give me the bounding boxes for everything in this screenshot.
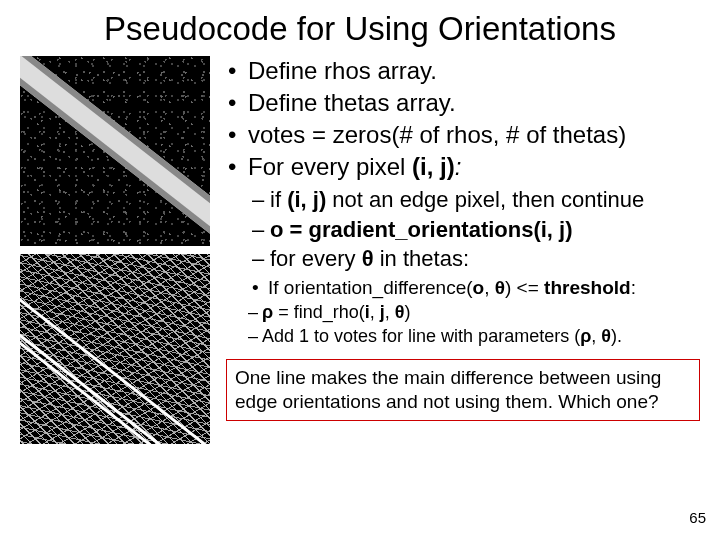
th: θ: [395, 302, 405, 322]
sub3-add-one-votes: Add 1 to votes for line with parameters …: [248, 325, 700, 348]
image-column: [20, 56, 220, 444]
t: o = gradient_orientations(i, j): [270, 217, 573, 242]
t: If orientation_difference(: [268, 277, 473, 298]
ij-bold: (i, j): [412, 153, 455, 180]
sub-for-every-theta: for every θ in thetas:: [252, 245, 700, 273]
colon: :: [455, 153, 462, 180]
sub3-rho-findrho: ρ = find_rho(i, j, θ): [248, 301, 700, 324]
grayscale-image: [20, 56, 210, 246]
edge-image: [20, 254, 210, 444]
t: :: [631, 277, 636, 298]
t: ,: [370, 302, 380, 322]
o: o: [473, 277, 485, 298]
sub-gradient-orientations: o = gradient_orientations(i, j): [252, 216, 700, 244]
t: ,: [385, 302, 395, 322]
t: if: [270, 187, 287, 212]
highlight-callout: One line makes the main difference betwe…: [226, 359, 700, 421]
theta: θ: [362, 246, 374, 271]
sub-bullets-level1: if (i, j) not an edge pixel, then contin…: [226, 186, 700, 273]
bullet-votes-zeros: votes = zeros(# of rhos, # of thetas): [226, 120, 700, 150]
slide-title: Pseudocode for Using Orientations: [0, 0, 720, 56]
content-area: Define rhos array. Define thetas array. …: [0, 56, 720, 444]
bullet-define-rhos: Define rhos array.: [226, 56, 700, 86]
t: = find_rho(: [273, 302, 365, 322]
t: ).: [611, 326, 622, 346]
t: for every: [270, 246, 362, 271]
t: ): [405, 302, 411, 322]
sub-if-not-edge: if (i, j) not an edge pixel, then contin…: [252, 186, 700, 214]
page-number: 65: [689, 509, 706, 526]
t: ) <=: [505, 277, 544, 298]
bullet-for-every-pixel: For every pixel (i, j):: [226, 152, 700, 182]
t: in thetas:: [374, 246, 469, 271]
t: ,: [591, 326, 601, 346]
ij: (i, j): [287, 187, 326, 212]
rho: ρ: [262, 302, 273, 322]
th: θ: [601, 326, 611, 346]
rho: ρ: [580, 326, 591, 346]
text-column: Define rhos array. Define thetas array. …: [220, 56, 700, 444]
sub-bullets-level2: If orientation_difference(o, θ) <= thres…: [226, 276, 700, 300]
sub2-if-orientation-diff: If orientation_difference(o, θ) <= thres…: [252, 276, 700, 300]
thr: threshold: [544, 277, 631, 298]
text: For every pixel: [248, 153, 412, 180]
bullet-define-thetas: Define thetas array.: [226, 88, 700, 118]
t: Add 1 to votes for line with parameters …: [262, 326, 580, 346]
t: not an edge pixel, then continue: [326, 187, 644, 212]
th: θ: [495, 277, 505, 298]
t: ,: [484, 277, 495, 298]
sub-bullets-level3: ρ = find_rho(i, j, θ) Add 1 to votes for…: [226, 301, 700, 347]
main-bullets: Define rhos array. Define thetas array. …: [226, 56, 700, 182]
